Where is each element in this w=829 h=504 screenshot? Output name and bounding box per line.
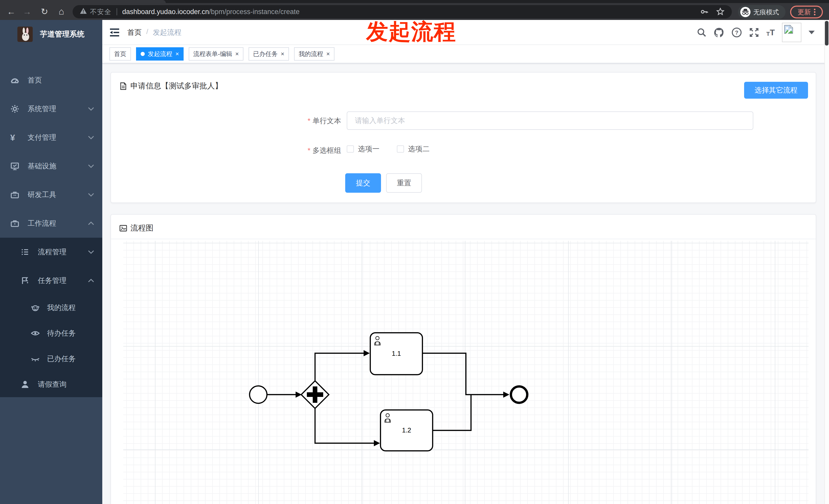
- user-task-1-2[interactable]: 1.2: [381, 410, 433, 451]
- checkbox-label: 选项一: [358, 144, 380, 154]
- active-dot: [141, 52, 145, 56]
- sidebar-item-label: 研发工具: [28, 190, 56, 200]
- single-line-text-input[interactable]: [347, 111, 753, 130]
- chevron-up-icon: [88, 221, 94, 225]
- font-size-icon[interactable]: TT: [766, 28, 775, 37]
- user-icon: [21, 380, 30, 389]
- task-label: 1.1: [392, 350, 401, 357]
- avatar[interactable]: [782, 23, 801, 42]
- tags-view-bar: 首页 发起流程 流程表单-编辑 已办任务 我的流程: [102, 45, 829, 64]
- checkbox-group-label: 多选框组: [277, 146, 341, 155]
- screen: ← → ↻ ⌂ 不安全 dashboard.yudao.iocoder.cn/b…: [0, 0, 829, 504]
- eye-closed-icon: [31, 354, 40, 363]
- omnibox-divider: [117, 8, 117, 15]
- sidebar-item-label: 支付管理: [28, 133, 56, 142]
- sidebar-item-system[interactable]: 系统管理: [0, 94, 102, 123]
- address-bar[interactable]: 不安全 dashboard.yudao.iocoder.cn/bpm/proce…: [73, 5, 732, 18]
- annotation-text: 发起流程: [366, 17, 456, 47]
- sidebar-item-label: 基础设施: [28, 161, 56, 171]
- start-event[interactable]: [250, 386, 267, 403]
- sidebar-item-workflow[interactable]: 工作流程: [0, 209, 102, 238]
- chevron-down-icon: [88, 107, 94, 111]
- avatar-dropdown-caret[interactable]: [808, 31, 815, 34]
- sidebar-item-home[interactable]: 首页: [0, 66, 102, 94]
- sidebar-fold-icon[interactable]: [109, 28, 120, 39]
- checkbox-icon[interactable]: [397, 146, 404, 153]
- search-icon[interactable]: [697, 28, 707, 37]
- choose-other-process-button[interactable]: 选择其它流程: [744, 82, 808, 99]
- breadcrumb-home[interactable]: 首页: [127, 28, 142, 37]
- sidebar-item-dev-tools[interactable]: 研发工具: [0, 181, 102, 209]
- page-scrollbar-track[interactable]: [824, 20, 829, 504]
- sidebar-item-process-management[interactable]: 流程管理: [0, 238, 102, 266]
- svg-text:?: ?: [735, 29, 738, 36]
- close-icon[interactable]: [175, 51, 179, 57]
- sidebar-item-label: 我的流程: [47, 303, 76, 313]
- eye-open-icon: [31, 329, 40, 338]
- help-icon[interactable]: ?: [731, 27, 742, 38]
- sidebar-item-done-tasks[interactable]: 已办任务: [0, 346, 102, 372]
- end-event[interactable]: [511, 386, 527, 403]
- page-scrollbar-thumb[interactable]: [825, 21, 828, 45]
- tab-form-edit[interactable]: 流程表单-编辑: [189, 47, 244, 61]
- sidebar: 芋道管理系统 首页 系统管理 ¥ 支付管理: [0, 20, 102, 504]
- app-title: 芋道管理系统: [40, 29, 84, 39]
- sidebar-item-task-management[interactable]: 任务管理: [0, 266, 102, 295]
- close-icon[interactable]: [281, 51, 284, 57]
- forward-icon[interactable]: →: [20, 3, 34, 20]
- sidebar-item-leave-query[interactable]: 请假查询: [0, 372, 102, 397]
- chevron-down-icon: [88, 250, 94, 254]
- bpmn-canvas[interactable]: 1.1 1.2: [123, 241, 808, 504]
- chevron-down-icon: [88, 193, 94, 197]
- checkbox-option-1[interactable]: 选项一: [347, 144, 380, 154]
- tab-home[interactable]: 首页: [109, 47, 131, 61]
- process-diagram-card: 流程图: [110, 214, 816, 504]
- diagram-card-title: 流程图: [131, 223, 153, 233]
- tab-my-process[interactable]: 我的流程: [294, 47, 334, 61]
- sidebar-item-label: 任务管理: [38, 276, 67, 285]
- broken-image-icon: [784, 24, 794, 35]
- page-header: 首页 发起流程 ? TT: [102, 20, 829, 45]
- sidebar-item-todo-tasks[interactable]: 待办任务: [0, 320, 102, 346]
- task-label: 1.2: [402, 426, 411, 434]
- home-icon[interactable]: ⌂: [54, 3, 69, 20]
- sidebar-item-my-process[interactable]: 我的流程: [0, 295, 102, 320]
- user-task-1-1[interactable]: 1.1: [370, 333, 423, 375]
- tab-label: 我的流程: [299, 50, 323, 58]
- tab-label: 首页: [114, 50, 126, 58]
- checkbox-icon[interactable]: [347, 146, 354, 153]
- reload-icon[interactable]: ↻: [37, 3, 52, 20]
- parallel-gateway[interactable]: [301, 381, 329, 409]
- chevron-down-icon: [88, 164, 94, 168]
- browser-active-tab[interactable]: [0, 0, 166, 3]
- close-icon[interactable]: [326, 51, 330, 57]
- bookmark-star-icon[interactable]: [716, 7, 725, 16]
- bpmn-diagram: 1.1 1.2: [123, 241, 808, 504]
- tab-start-process[interactable]: 发起流程: [136, 47, 184, 61]
- submit-button[interactable]: 提交: [345, 173, 381, 193]
- github-icon[interactable]: [714, 27, 724, 38]
- tab-label: 发起流程: [148, 50, 172, 58]
- incognito-badge: 无痕模式: [738, 5, 786, 19]
- sidebar-item-payment[interactable]: ¥ 支付管理: [0, 123, 102, 152]
- sidebar-item-label: 请假查询: [38, 380, 67, 389]
- sidebar-item-label: 待办任务: [47, 328, 76, 338]
- tab-done-tasks[interactable]: 已办任务: [249, 47, 289, 61]
- apply-info-card: 申请信息【测试多审批人】 选择其它流程 单行文本 多选框组 选项一 选项二 提交…: [110, 72, 816, 203]
- checkbox-label: 选项二: [408, 144, 430, 154]
- browser-update-button[interactable]: 更新: [790, 6, 823, 18]
- sidebar-item-infrastructure[interactable]: 基础设施: [0, 152, 102, 181]
- password-key-icon[interactable]: [700, 7, 709, 16]
- security-label: 不安全: [90, 7, 111, 16]
- app-logo-row[interactable]: 芋道管理系统: [0, 20, 102, 48]
- checkbox-option-2[interactable]: 选项二: [397, 144, 430, 154]
- close-icon[interactable]: [235, 51, 239, 57]
- flag-icon: [21, 276, 30, 285]
- browser-menu-icon[interactable]: [814, 9, 816, 15]
- fullscreen-icon[interactable]: [749, 27, 759, 38]
- tab-label: 流程表单-编辑: [193, 50, 232, 58]
- back-icon[interactable]: ←: [4, 3, 19, 20]
- logo-image: [17, 27, 33, 42]
- reset-button[interactable]: 重置: [386, 173, 422, 193]
- yen-icon: ¥: [10, 133, 20, 142]
